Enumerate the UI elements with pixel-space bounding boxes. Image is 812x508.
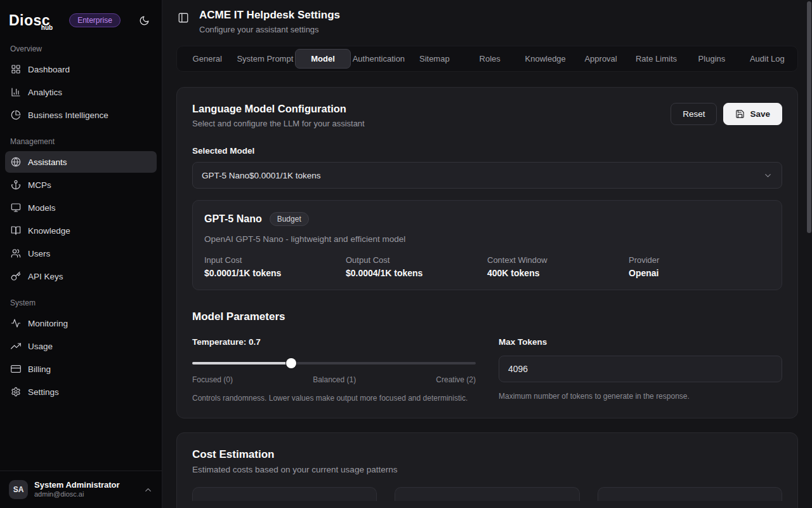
settings-tabbar: General System Prompt Model Authenticati… (176, 46, 798, 72)
stat-label: Context Window (487, 255, 629, 265)
sidebar-item-models[interactable]: Models (5, 197, 157, 218)
sidebar-item-usage[interactable]: Usage (5, 335, 157, 357)
slider-thumb[interactable] (286, 358, 296, 368)
page-title-block: ACME IT Helpdesk Settings Configure your… (199, 9, 340, 34)
pie-chart-icon (11, 110, 21, 120)
model-info-card: GPT-5 Nano Budget OpenAI GPT-5 Nano - li… (192, 200, 782, 290)
tab-knowledge[interactable]: Knowledge (518, 49, 573, 69)
trending-up-icon (11, 341, 21, 351)
stat-label: Provider (629, 255, 770, 265)
scale-mid-label: Balanced (1) (313, 375, 356, 384)
tab-plugins[interactable]: Plugins (684, 49, 739, 69)
temperature-scale: Focused (0) Balanced (1) Creative (2) (192, 375, 476, 384)
grid-icon (11, 64, 21, 74)
max-tokens-help: Maximum number of tokens to generate in … (499, 392, 782, 401)
sidebar-item-label: Analytics (28, 88, 62, 97)
sidebar-item-billing[interactable]: Billing (5, 358, 157, 380)
tab-model[interactable]: Model (295, 49, 350, 69)
scale-max-label: Creative (2) (436, 375, 476, 384)
tab-system-prompt[interactable]: System Prompt (235, 49, 295, 69)
sidebar-item-label: Settings (28, 387, 59, 397)
sidebar-item-label: API Keys (28, 272, 63, 281)
sidebar-item-api-keys[interactable]: API Keys (5, 265, 157, 287)
theme-toggle-button[interactable] (135, 11, 153, 29)
scrollbar-thumb[interactable] (807, 1, 811, 233)
max-tokens-field: Max Tokens Maximum number of tokens to g… (499, 337, 782, 403)
tab-approval[interactable]: Approval (573, 49, 628, 69)
save-button[interactable]: Save (723, 103, 782, 125)
sidebar-item-assistants[interactable]: Assistants (5, 151, 157, 173)
monitor-icon (11, 203, 21, 213)
card-title: Language Model Configuration (192, 103, 365, 115)
model-stats: Input Cost $0.0001/1K tokens Output Cost… (204, 255, 770, 278)
logo: Diosc hub (9, 12, 50, 29)
sidebar-item-label: Monitoring (28, 319, 68, 328)
tab-audit-log[interactable]: Audit Log (740, 49, 795, 69)
activity-icon (11, 318, 21, 328)
tab-general[interactable]: General (180, 49, 235, 69)
model-config-titles: Language Model Configuration Select and … (192, 103, 365, 128)
credit-card-icon (11, 364, 21, 374)
tab-sitemap[interactable]: Sitemap (407, 49, 462, 69)
stat-label: Input Cost (204, 255, 346, 265)
stat-value: 400K tokens (487, 268, 629, 278)
page-title: ACME IT Helpdesk Settings (199, 9, 340, 22)
scale-min-label: Focused (0) (192, 375, 233, 384)
sidebar-item-dashboard[interactable]: Dashboard (5, 58, 157, 80)
gear-icon (11, 387, 21, 397)
user-email: admin@diosc.ai (34, 490, 120, 499)
scrollbar (807, 0, 811, 508)
sidebar-toggle-button[interactable] (176, 11, 190, 25)
save-icon (735, 109, 745, 119)
sidebar-item-label: Business Intelligence (28, 110, 108, 120)
model-config-card: Language Model Configuration Select and … (176, 87, 798, 418)
sidebar-header: Diosc hub Enterprise (0, 0, 162, 36)
chevron-up-icon (143, 485, 153, 495)
tab-authentication[interactable]: Authentication (351, 49, 407, 69)
stat-input-cost: Input Cost $0.0001/1K tokens (204, 255, 346, 278)
cost-box (395, 487, 579, 501)
anchor-icon (11, 180, 21, 190)
nav-section-title-management: Management (5, 137, 157, 146)
tab-rate-limits[interactable]: Rate Limits (629, 49, 684, 69)
temperature-label: Temperature: 0.7 (192, 337, 476, 347)
temperature-field: Temperature: 0.7 Focused (0) Balanced (1… (192, 337, 476, 403)
reset-button[interactable]: Reset (671, 103, 717, 125)
cost-box (192, 487, 377, 501)
cost-estimation-title: Cost Estimation (192, 448, 782, 461)
book-icon (11, 225, 21, 236)
stat-value: $0.0004/1K tokens (346, 268, 487, 278)
content: Language Model Configuration Select and … (162, 72, 812, 508)
nav-section-title-overview: Overview (5, 44, 157, 53)
sidebar-item-users[interactable]: Users (5, 243, 157, 264)
model-name: GPT-5 Nano (204, 213, 262, 225)
stat-value: $0.0001/1K tokens (204, 268, 346, 278)
stat-label: Output Cost (346, 255, 487, 265)
sidebar-item-business-intelligence[interactable]: Business Intelligence (5, 104, 157, 126)
temperature-slider[interactable] (192, 358, 476, 368)
sidebar-item-monitoring[interactable]: Monitoring (5, 312, 157, 334)
sidebar-item-knowledge[interactable]: Knowledge (5, 220, 157, 241)
model-name-row: GPT-5 Nano Budget (204, 212, 770, 226)
bar-chart-icon (11, 87, 21, 97)
sidebar-item-settings[interactable]: Settings (5, 381, 157, 403)
model-select[interactable]: GPT-5 Nano$0.0001/1K tokens (192, 162, 782, 189)
stat-output-cost: Output Cost $0.0004/1K tokens (346, 255, 487, 278)
save-button-label: Save (750, 109, 770, 119)
model-select-value: GPT-5 Nano$0.0001/1K tokens (202, 171, 321, 180)
sidebar-item-mcps[interactable]: MCPs (5, 174, 157, 196)
sidebar-nav: Overview Dashboard Analytics Business In… (0, 36, 162, 471)
tab-roles[interactable]: Roles (462, 49, 518, 69)
cost-estimation-subtitle: Estimated costs based on your current us… (192, 465, 782, 474)
nav-section-title-system: System (5, 298, 157, 307)
cost-box (598, 487, 782, 501)
app-root: Diosc hub Enterprise Overview Dashboard … (0, 0, 812, 508)
max-tokens-input[interactable] (499, 356, 782, 382)
sidebar-item-label: MCPs (28, 180, 51, 190)
card-subtitle: Select and configure the LLM for your as… (192, 119, 365, 128)
sidebar-item-label: Knowledge (28, 226, 70, 236)
model-description: OpenAI GPT-5 Nano - lightweight and effi… (204, 234, 770, 244)
main-area: ACME IT Helpdesk Settings Configure your… (162, 0, 812, 508)
user-menu[interactable]: SA System Administrator admin@diosc.ai (0, 471, 162, 508)
sidebar-item-analytics[interactable]: Analytics (5, 81, 157, 103)
